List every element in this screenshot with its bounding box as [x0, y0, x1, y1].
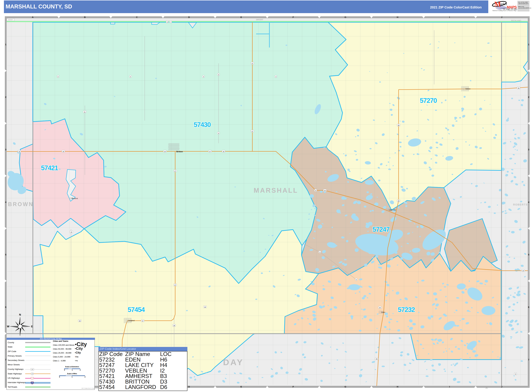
svg-text:2: 2	[5, 96, 6, 98]
svg-text:1: 1	[72, 376, 73, 378]
svg-text:5: 5	[315, 190, 316, 191]
svg-text:16: 16	[204, 306, 206, 308]
svg-text:Langford: Langford	[128, 320, 135, 322]
svg-text:E: E	[240, 385, 242, 388]
svg-text:E: E	[240, 16, 242, 19]
svg-text:Lake City: Lake City	[389, 209, 396, 211]
svg-text:5: 5	[356, 279, 357, 280]
svg-text:MARSHALL: MARSHALL	[254, 187, 298, 194]
svg-text:27: 27	[252, 131, 253, 132]
svg-text:16: 16	[79, 320, 80, 322]
svg-text:C: C	[136, 16, 138, 19]
svg-text:25: 25	[518, 88, 519, 89]
svg-text:J: J	[501, 16, 502, 19]
svg-text:18: 18	[173, 325, 175, 327]
svg-text:25: 25	[398, 200, 399, 202]
svg-text:RICHLAND: RICHLAND	[511, 19, 521, 22]
svg-text:11: 11	[84, 111, 85, 113]
svg-text:F: F	[292, 16, 294, 19]
svg-text:10: 10	[324, 190, 326, 191]
svg-text:2: 2	[84, 376, 85, 378]
svg-text:Veblen: Veblen	[465, 88, 471, 90]
svg-text:F: F	[292, 385, 294, 388]
svg-text:10: 10	[522, 270, 524, 271]
svg-text:2: 2	[80, 369, 81, 371]
svg-text:123: 123	[31, 369, 33, 370]
svg-text:57232: 57232	[398, 306, 415, 313]
svg-text:27: 27	[209, 151, 211, 152]
svg-text:J: J	[501, 385, 502, 388]
svg-text:America's Leading Source of B: America's Leading Source of Business Map…	[492, 10, 517, 11]
svg-text:3: 3	[5, 148, 6, 151]
svg-text:9: 9	[218, 74, 219, 75]
svg-text:7: 7	[5, 358, 6, 361]
svg-text:G: G	[345, 385, 346, 388]
svg-text:W: W	[7, 325, 9, 328]
svg-text:5: 5	[515, 373, 516, 375]
svg-text:4: 4	[58, 76, 58, 78]
svg-text:57430: 57430	[194, 121, 211, 128]
svg-text:7: 7	[528, 358, 529, 361]
svg-text:5: 5	[5, 253, 6, 256]
svg-text:123: 123	[32, 378, 33, 379]
svg-text:Eden: Eden	[381, 311, 385, 313]
svg-text:6: 6	[5, 306, 6, 308]
svg-text:4: 4	[5, 201, 6, 203]
svg-text:11: 11	[70, 231, 72, 233]
svg-text:5: 5	[319, 252, 320, 253]
svg-text:27: 27	[252, 63, 253, 64]
svg-text:57247: 57247	[373, 226, 390, 233]
svg-text:10: 10	[19, 151, 20, 152]
svg-text:10: 10	[223, 151, 224, 152]
svg-text:7: 7	[170, 21, 171, 23]
svg-text:4: 4	[130, 76, 131, 78]
svg-text:25: 25	[379, 307, 381, 308]
svg-text:BROWN: BROWN	[8, 201, 34, 207]
svg-text:I: I	[449, 16, 450, 19]
svg-text:4: 4	[203, 76, 204, 78]
svg-text:H: H	[397, 16, 398, 19]
svg-text:57454: 57454	[128, 306, 145, 313]
svg-text:4: 4	[275, 76, 276, 78]
svg-text:D: D	[188, 385, 190, 388]
svg-text:ROBERTS: ROBERTS	[513, 203, 528, 206]
svg-text:27: 27	[174, 284, 176, 286]
svg-text:4: 4	[528, 201, 529, 203]
svg-text:DICKEY: DICKEY	[8, 19, 13, 20]
svg-text:Britton: Britton	[176, 150, 183, 153]
svg-text:E: E	[31, 325, 33, 328]
svg-text:123: 123	[31, 382, 33, 383]
svg-text:B: B	[84, 16, 86, 19]
svg-text:1: 1	[5, 43, 6, 46]
svg-text:57421: 57421	[41, 164, 58, 172]
svg-text:DAY: DAY	[223, 357, 244, 367]
svg-text:A: A	[32, 16, 34, 19]
svg-text:1: 1	[72, 369, 73, 371]
svg-text:9: 9	[167, 21, 168, 23]
svg-text:5: 5	[528, 253, 529, 256]
svg-text:I: I	[449, 385, 450, 388]
svg-text:25: 25	[376, 358, 378, 360]
svg-text:10: 10	[164, 151, 166, 152]
svg-text:0: 0	[59, 376, 60, 378]
svg-text:N: N	[19, 313, 21, 316]
svg-text:6: 6	[528, 306, 529, 308]
svg-text:27: 27	[174, 170, 176, 172]
svg-text:123: 123	[31, 373, 33, 374]
svg-text:9: 9	[218, 133, 219, 134]
svg-text:H: H	[397, 385, 398, 388]
svg-text:G: G	[345, 16, 346, 19]
svg-text:10: 10	[63, 151, 64, 152]
svg-text:D: D	[188, 16, 190, 19]
svg-text:On Target. On Time.: On Target. On Time.	[503, 8, 517, 10]
svg-text:Amherst: Amherst	[72, 197, 78, 199]
svg-text:1: 1	[528, 43, 529, 46]
svg-text:57270: 57270	[420, 97, 437, 104]
svg-text:25: 25	[398, 125, 399, 126]
svg-text:SARGENT: SARGENT	[256, 19, 263, 20]
svg-text:3: 3	[528, 148, 529, 151]
svg-text:arket: arket	[500, 2, 507, 6]
svg-text:0: 0	[64, 369, 65, 371]
svg-text:2: 2	[528, 96, 529, 98]
svg-text:27: 27	[142, 320, 144, 322]
